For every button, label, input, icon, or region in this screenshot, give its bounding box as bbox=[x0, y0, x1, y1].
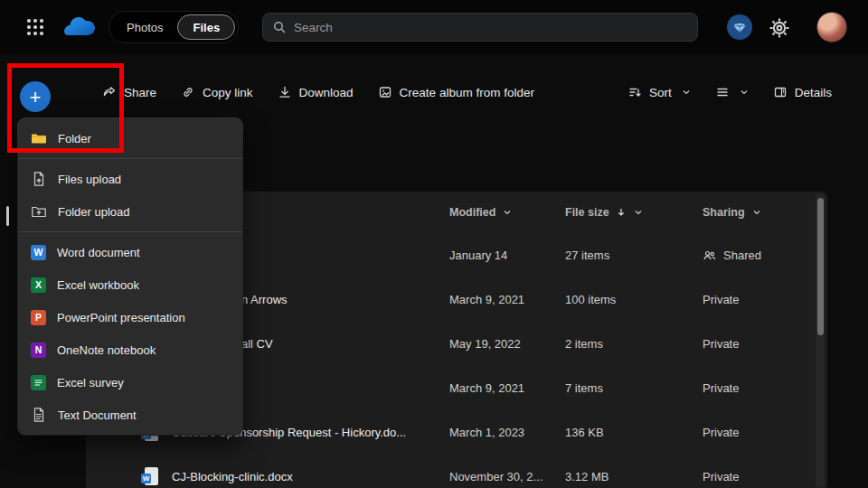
file-name: n Arrows bbox=[241, 277, 288, 322]
download-label: Download bbox=[299, 86, 354, 99]
menu-item-powerpoint-presentation[interactable]: P PowerPoint presentation bbox=[18, 301, 242, 333]
menu-item-onenote-notebook[interactable]: N OneNote notebook bbox=[18, 333, 242, 366]
search-bar[interactable] bbox=[262, 13, 698, 42]
chevron-down-icon bbox=[681, 87, 692, 98]
powerpoint-icon: P bbox=[31, 310, 46, 325]
copy-link-button[interactable]: Copy link bbox=[181, 85, 253, 99]
sharing-status: Private bbox=[703, 470, 739, 483]
menu-divider bbox=[18, 158, 242, 159]
gear-icon bbox=[769, 17, 790, 39]
view-options-button[interactable] bbox=[715, 85, 750, 99]
view-toggle: Photos Files bbox=[108, 11, 239, 43]
scrollbar-track[interactable] bbox=[816, 193, 825, 488]
file-size: 27 items bbox=[565, 233, 609, 277]
app-launcher-icon[interactable] bbox=[27, 19, 43, 35]
file-modified: May 19, 2022 bbox=[449, 322, 521, 366]
excel-survey-icon bbox=[31, 375, 46, 390]
file-sharing: Private bbox=[703, 366, 739, 410]
new-menu: Folder Files upload Folder upload W Word… bbox=[18, 118, 242, 435]
sharing-status: Private bbox=[703, 337, 739, 351]
sort-button[interactable]: Sort bbox=[627, 85, 692, 99]
onenote-icon: N bbox=[31, 343, 46, 358]
menu-item-label: OneNote notebook bbox=[57, 343, 156, 357]
file-size-header-label: File size bbox=[565, 206, 609, 219]
menu-item-word-document[interactable]: W Word document bbox=[18, 236, 242, 268]
menu-item-label: Folder upload bbox=[58, 205, 130, 219]
column-header-sharing[interactable]: Sharing bbox=[703, 192, 762, 233]
menu-item-label: PowerPoint presentation bbox=[57, 311, 185, 324]
file-size: 3.12 MB bbox=[565, 455, 609, 488]
file-modified: March 1, 2023 bbox=[449, 410, 524, 455]
file-upload-icon bbox=[31, 171, 47, 187]
menu-item-label: Excel workbook bbox=[57, 278, 139, 292]
menu-item-label: Files upload bbox=[58, 173, 121, 186]
text-document-icon bbox=[31, 407, 47, 423]
file-size: 136 KB bbox=[565, 410, 604, 455]
menu-item-label: Text Document bbox=[58, 408, 137, 422]
details-pane-icon bbox=[773, 85, 788, 99]
sharing-status: Private bbox=[703, 426, 739, 439]
people-icon bbox=[703, 249, 717, 263]
search-input[interactable] bbox=[294, 21, 688, 34]
menu-divider bbox=[18, 231, 242, 232]
file-modified: March 9, 2021 bbox=[449, 366, 524, 410]
file-sharing: Private bbox=[703, 277, 739, 322]
scrollbar-thumb[interactable] bbox=[817, 198, 824, 335]
menu-item-text-document[interactable]: Text Document bbox=[18, 399, 242, 431]
menu-item-excel-survey[interactable]: Excel survey bbox=[18, 366, 242, 399]
link-icon bbox=[181, 85, 195, 99]
copy-link-label: Copy link bbox=[203, 86, 253, 99]
menu-item-folder[interactable]: Folder bbox=[18, 122, 242, 155]
user-avatar[interactable] bbox=[816, 12, 847, 42]
premium-badge[interactable] bbox=[727, 14, 752, 40]
file-name: CJ-Blocking-clinic.docx bbox=[172, 455, 293, 488]
chevron-down-icon bbox=[502, 207, 513, 218]
settings-button[interactable] bbox=[769, 17, 790, 39]
new-button[interactable]: + bbox=[20, 81, 51, 112]
menu-item-label: Word document bbox=[57, 246, 140, 259]
file-size: 2 items bbox=[565, 322, 603, 366]
column-header-modified[interactable]: Modified bbox=[449, 192, 513, 233]
diamond-icon bbox=[732, 20, 747, 34]
sharing-status: Private bbox=[703, 381, 739, 395]
share-button[interactable]: Share bbox=[102, 85, 156, 99]
details-button[interactable]: Details bbox=[773, 85, 832, 99]
file-sharing: Shared bbox=[703, 233, 761, 277]
folder-upload-icon bbox=[31, 203, 47, 220]
chevron-down-icon bbox=[633, 207, 644, 218]
sharing-status: Private bbox=[703, 293, 739, 306]
chevron-down-icon bbox=[751, 207, 762, 218]
column-header-file-size[interactable]: File size bbox=[565, 192, 644, 233]
menu-item-label: Excel survey bbox=[57, 376, 124, 389]
share-label: Share bbox=[124, 86, 156, 99]
create-album-button[interactable]: Create album from folder bbox=[378, 85, 534, 99]
sharing-status: Shared bbox=[723, 249, 761, 262]
search-icon bbox=[272, 20, 287, 34]
menu-item-files-upload[interactable]: Files upload bbox=[18, 163, 242, 195]
tab-files[interactable]: Files bbox=[177, 14, 235, 40]
file-modified: January 14 bbox=[449, 233, 507, 277]
file-sharing: Private bbox=[703, 322, 739, 366]
top-bar: Photos Files bbox=[0, 0, 868, 54]
menu-item-label: Folder bbox=[58, 132, 91, 145]
onedrive-logo-icon[interactable] bbox=[61, 15, 98, 39]
sort-descending-arrow-icon bbox=[616, 207, 627, 218]
sharing-header-label: Sharing bbox=[703, 206, 745, 219]
left-edge-marker bbox=[6, 206, 9, 226]
menu-item-excel-workbook[interactable]: X Excel workbook bbox=[18, 268, 242, 301]
download-button[interactable]: Download bbox=[278, 85, 354, 99]
file-row[interactable]: W CJ-Blocking-clinic.docx November 30, 2… bbox=[86, 455, 827, 488]
file-sharing: Private bbox=[703, 455, 739, 488]
command-toolbar: + Share Copy link Download bbox=[0, 54, 868, 117]
file-name: all CV bbox=[241, 322, 273, 366]
share-icon bbox=[102, 85, 117, 99]
file-size: 7 items bbox=[565, 366, 603, 410]
menu-item-folder-upload[interactable]: Folder upload bbox=[18, 195, 242, 228]
word-icon: W bbox=[31, 245, 46, 260]
download-icon bbox=[278, 85, 292, 99]
modified-header-label: Modified bbox=[449, 206, 495, 219]
excel-icon: X bbox=[31, 277, 46, 293]
tab-photos[interactable]: Photos bbox=[112, 14, 177, 40]
file-modified: November 30, 2... bbox=[449, 455, 542, 488]
toolbar-right-actions: Sort Details bbox=[627, 85, 832, 99]
